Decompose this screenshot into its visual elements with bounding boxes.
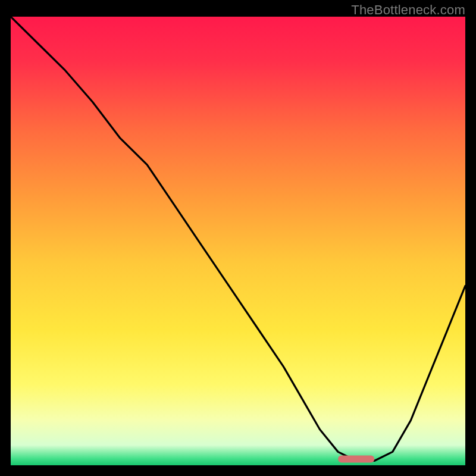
watermark-text: TheBottleneck.com [351,2,465,18]
optimal-range-marker [338,455,374,462]
chart-background [11,17,465,465]
chart-svg [11,17,465,465]
chart-frame [11,17,465,465]
